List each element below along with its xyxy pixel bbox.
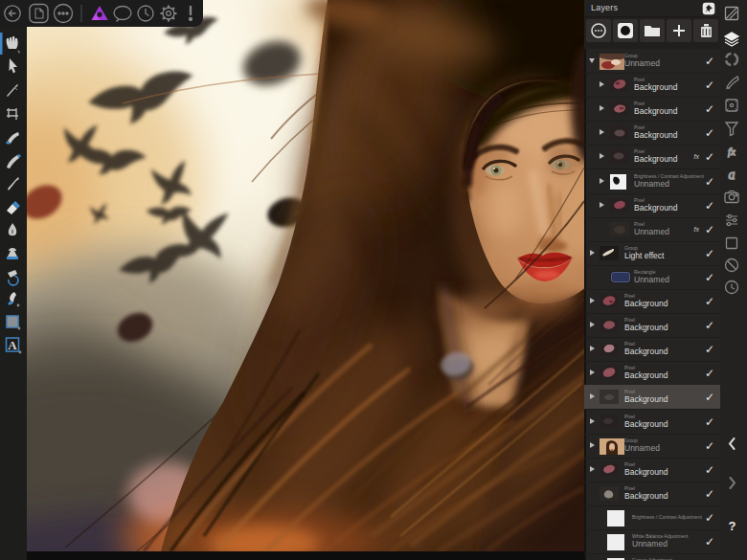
svg-text:a: a xyxy=(729,168,736,182)
svg-text:fx: fx xyxy=(728,146,736,157)
svg-text:A: A xyxy=(8,338,17,352)
svg-text:?: ? xyxy=(729,519,736,533)
